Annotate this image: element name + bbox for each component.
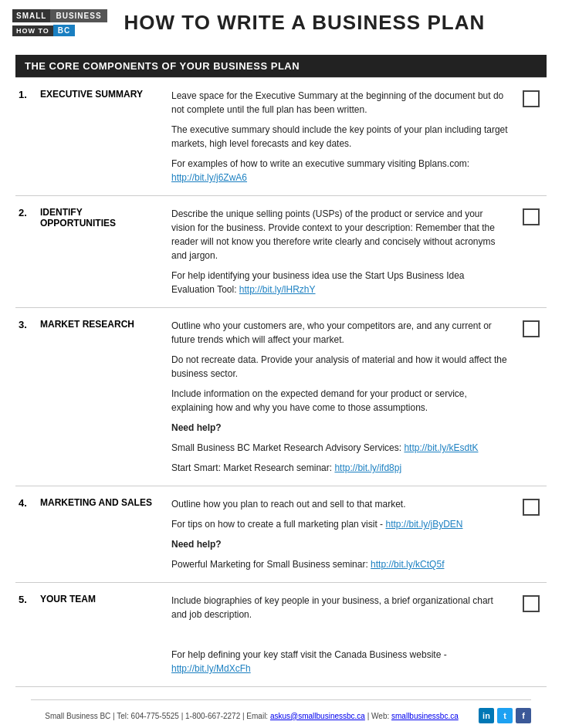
page-header: SMALL BUSINESS HOW TO BC HOW TO WRITE A … [0, 0, 562, 42]
desc-para: Leave space for the Executive Summary at… [171, 89, 508, 117]
row-number: 5. [15, 583, 40, 687]
desc-para: The executive summary should include the… [171, 123, 508, 151]
desc-para: Do not recreate data. Provide your analy… [171, 353, 508, 381]
desc-link[interactable]: http://bit.ly/kEsdtK [404, 442, 478, 453]
table-row: 3. MARKET RESEARCH Outline who your cust… [15, 308, 547, 486]
desc-para: Include biographies of key people in you… [171, 594, 508, 621]
logo-small-label: SMALL [12, 9, 50, 22]
row-desc: Outline how you plan to reach out and se… [164, 486, 516, 583]
footer-contact: Small Business BC | Tel: 604-775-5525 | … [45, 712, 270, 720]
logo-top: SMALL BUSINESS [12, 9, 107, 22]
main-content: THE CORE COMPONENTS OF YOUR BUSINESS PLA… [0, 42, 562, 728]
desc-link[interactable]: http://bit.ly/j6ZwA6 [171, 172, 247, 183]
row-desc: Leave space for the Executive Summary at… [164, 78, 516, 196]
logo-area: SMALL BUSINESS HOW TO BC [12, 9, 107, 36]
desc-para: Start Smart: Market Research seminar: ht… [171, 461, 508, 475]
desc-para: For help identifying your business idea … [171, 269, 508, 296]
desc-para: Include information on the expected dema… [171, 387, 508, 415]
logo-business-label: BUSINESS [50, 9, 107, 22]
row-title: MARKET RESEARCH [40, 308, 164, 486]
logo-howto-label: HOW TO [12, 25, 53, 36]
facebook-icon[interactable]: f [516, 708, 531, 723]
desc-para: For examples of how to write an executiv… [171, 157, 508, 185]
desc-para: Small Business BC Market Research Adviso… [171, 441, 508, 455]
checkbox-cell[interactable] [516, 308, 547, 486]
desc-para: Powerful Marketing for Small Business se… [171, 557, 508, 571]
checkbox[interactable] [523, 499, 540, 516]
row-desc: Describe the unique selling points (USPs… [164, 196, 516, 308]
checkbox[interactable] [523, 595, 540, 612]
table-row: 5. YOUR TEAM Include biographies of key … [15, 583, 547, 687]
desc-para: For tips on how to create a full marketi… [171, 517, 508, 531]
checkbox[interactable] [523, 320, 540, 337]
desc-para: Outline how you plan to reach out and se… [171, 497, 508, 511]
page-title: HOW TO WRITE A BUSINESS PLAN [124, 11, 486, 35]
table-row: 2. IDENTIFYOPPORTUNITIES Describe the un… [15, 196, 547, 308]
desc-link[interactable]: http://bit.ly/kCtQ5f [371, 559, 444, 570]
logo-bc-label: BC [53, 25, 75, 36]
row-desc: Include biographies of key people in you… [164, 583, 516, 687]
checkbox-cell[interactable] [516, 583, 547, 687]
row-title: MARKETING AND SALES [40, 486, 164, 583]
desc-link[interactable]: http://bit.ly/lHRzhY [239, 284, 316, 295]
row-number: 3. [15, 308, 40, 486]
desc-para: Outline who your customers are, who your… [171, 319, 508, 347]
footer-email[interactable]: askus@smallbusinessbc.ca [270, 712, 365, 720]
row-desc: Outline who your customers are, who your… [164, 308, 516, 486]
desc-para [171, 628, 508, 642]
row-title: YOUR TEAM [40, 583, 164, 687]
twitter-icon[interactable]: t [497, 708, 513, 723]
footer-web-label: | Web: [367, 712, 390, 720]
logo-bottom: HOW TO BC [12, 25, 107, 36]
checkbox-cell[interactable] [516, 196, 547, 308]
row-number: 4. [15, 486, 40, 583]
page-footer: Small Business BC | Tel: 604-775-5525 | … [31, 699, 531, 728]
footer-text: Small Business BC | Tel: 604-775-5525 | … [31, 712, 472, 720]
row-title: EXECUTIVE SUMMARY [40, 78, 164, 196]
desc-link[interactable]: http://bit.ly/jByDEN [385, 519, 462, 530]
row-number: 1. [15, 78, 40, 196]
components-table: 1. EXECUTIVE SUMMARY Leave space for the… [15, 77, 547, 687]
desc-para: Need help? [171, 421, 508, 435]
linkedin-icon[interactable]: in [479, 708, 494, 723]
footer-social-icons: in t f [479, 708, 531, 723]
footer-website[interactable]: smallbusinessbc.ca [391, 712, 459, 720]
need-help-label: Need help? [171, 422, 222, 433]
checkbox[interactable] [523, 90, 540, 107]
desc-para: Need help? [171, 537, 508, 551]
checkbox-cell[interactable] [516, 486, 547, 583]
row-number: 2. [15, 196, 40, 308]
desc-para: For help defining your key staff visit t… [171, 648, 508, 676]
table-row: 4. MARKETING AND SALES Outline how you p… [15, 486, 547, 583]
row-title: IDENTIFYOPPORTUNITIES [40, 196, 164, 308]
desc-link[interactable]: http://bit.ly/ifd8pj [334, 462, 401, 473]
desc-link[interactable]: http://bit.ly/MdXcFh [171, 663, 251, 674]
table-row: 1. EXECUTIVE SUMMARY Leave space for the… [15, 78, 547, 196]
need-help-label: Need help? [171, 539, 222, 550]
checkbox[interactable] [523, 208, 540, 225]
desc-para: Describe the unique selling points (USPs… [171, 207, 508, 262]
section-header-bar: THE CORE COMPONENTS OF YOUR BUSINESS PLA… [15, 55, 547, 77]
checkbox-cell[interactable] [516, 78, 547, 196]
